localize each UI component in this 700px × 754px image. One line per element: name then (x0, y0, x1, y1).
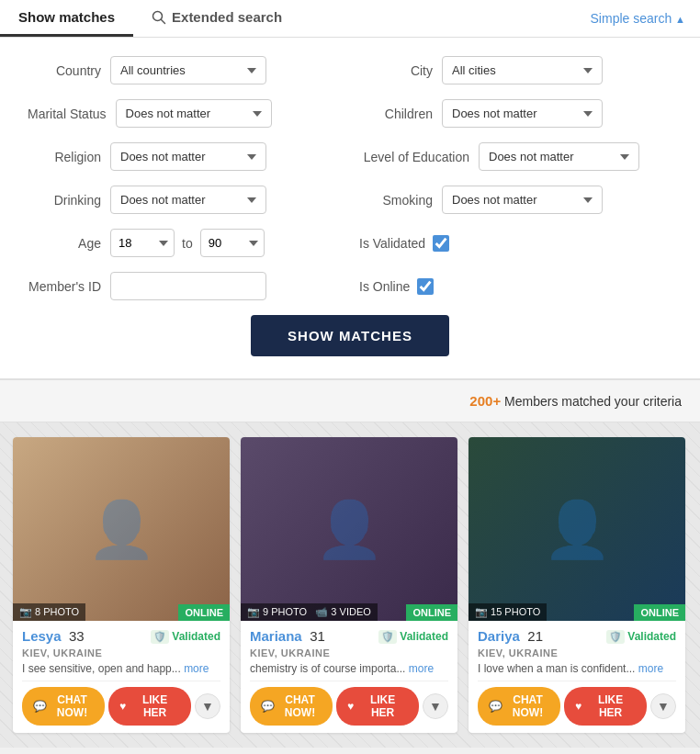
drinking-label: Drinking (28, 193, 101, 208)
chat-label: CHAT NOW! (51, 693, 94, 719)
member-id-label: Member's ID (28, 279, 101, 294)
validated-icon: 🛡️ (378, 630, 397, 644)
simple-search-link[interactable]: Simple search (591, 11, 685, 26)
card-actions: 💬 CHAT NOW! ♥ LIKE HER ▼ (22, 681, 220, 729)
validated-label: Validated (400, 630, 448, 643)
form-group-education: Level of Education Does not matter (359, 142, 672, 171)
children-select[interactable]: Does not matter (442, 99, 603, 128)
card-actions: 💬 CHAT NOW! ♥ LIKE HER ▼ (478, 681, 676, 729)
form-group-member-id: Member's ID (28, 272, 341, 300)
more-options-button[interactable]: ▼ (195, 693, 220, 719)
heart-icon: ♥ (575, 700, 581, 713)
member-card-1: 👤 📷 9 PHOTO 📹 3 VIDEO ONLINE Mariana 31 … (241, 437, 457, 733)
card-body: Dariya 21 🛡️ Validated KIEV, UKRAINE I l… (469, 621, 685, 733)
member-location: KIEV, UKRAINE (250, 647, 448, 658)
is-validated-label: Is Validated (359, 236, 425, 251)
show-matches-btn-row: SHOW MATCHES (28, 315, 672, 356)
validated-badge: 🛡️ Validated (151, 630, 220, 644)
chat-icon: 💬 (33, 700, 47, 713)
validated-badge: 🛡️ Validated (378, 630, 448, 644)
chat-now-button[interactable]: 💬 CHAT NOW! (478, 687, 560, 726)
religion-select[interactable]: Does not matter (110, 142, 266, 171)
member-name[interactable]: Lesya (22, 628, 62, 644)
form-group-is-validated: Is Validated (359, 235, 672, 252)
member-card-2: 👤 📷 15 PHOTO ONLINE Dariya 21 🛡️ Validat… (469, 437, 685, 733)
card-photo-video-badge: 📷 9 PHOTO 📹 3 VIDEO (241, 603, 378, 621)
form-row-marital-children: Marital Status Does not matter Children … (28, 99, 672, 128)
card-photo-video-badge: 📷 15 PHOTO (469, 603, 547, 621)
cards-container: 👤 📷 8 PHOTO ONLINE Lesya 33 🛡️ Validated… (0, 422, 700, 748)
form-group-age: Age 18 19202530 to 90 85807570 (28, 229, 341, 257)
online-badge: ONLINE (634, 604, 685, 621)
member-location: KIEV, UKRAINE (22, 647, 220, 658)
marital-select[interactable]: Does not matter (116, 99, 272, 128)
card-body: Mariana 31 🛡️ Validated KIEV, UKRAINE ch… (241, 621, 457, 733)
member-location: KIEV, UKRAINE (478, 647, 676, 658)
tab-extended-search-label: Extended search (172, 9, 282, 25)
form-row-drinking-smoking: Drinking Does not matter Smoking Does no… (28, 186, 672, 214)
form-group-marital: Marital Status Does not matter (28, 99, 341, 128)
age-to-word: to (182, 236, 193, 251)
member-bio: chemistry is of course importa... more (250, 662, 448, 675)
age-range-group: 18 19202530 to 90 85807570 (110, 229, 265, 257)
is-online-label: Is Online (359, 279, 410, 294)
member-bio: I love when a man is confident... more (478, 662, 676, 675)
form-group-drinking: Drinking Does not matter (28, 186, 341, 214)
search-form: Country All countries City All cities Ma… (0, 38, 700, 380)
card-image: 👤 (469, 437, 685, 621)
more-options-button[interactable]: ▼ (423, 693, 448, 719)
validated-label: Validated (627, 630, 676, 643)
smoking-select[interactable]: Does not matter (442, 186, 603, 214)
results-text: Members matched your criteria (504, 394, 682, 409)
like-label: LIKE HER (130, 693, 180, 719)
member-name[interactable]: Mariana (250, 628, 302, 644)
age-from-select[interactable]: 18 19202530 (110, 229, 175, 257)
religion-label: Religion (28, 150, 101, 164)
is-online-checkbox[interactable] (417, 278, 434, 295)
member-card-0: 👤 📷 8 PHOTO ONLINE Lesya 33 🛡️ Validated… (13, 437, 230, 733)
chat-now-button[interactable]: 💬 CHAT NOW! (250, 687, 333, 726)
drinking-select[interactable]: Does not matter (110, 186, 266, 214)
chat-icon: 💬 (489, 700, 502, 713)
member-name[interactable]: Dariya (478, 628, 520, 644)
form-group-children: Children Does not matter (359, 99, 672, 128)
like-her-button[interactable]: ♥ LIKE HER (336, 687, 419, 726)
card-image-wrapper: 👤 📷 8 PHOTO ONLINE (13, 437, 230, 621)
chevron-down-icon: ▼ (429, 699, 442, 714)
is-validated-checkbox[interactable] (433, 235, 449, 252)
chat-label: CHAT NOW! (506, 693, 549, 719)
results-count: 200+ (469, 393, 501, 409)
like-her-button[interactable]: ♥ LIKE HER (564, 687, 647, 726)
tabs-bar: Show matches Extended search Simple sear… (0, 0, 700, 38)
bio-more-link[interactable]: more (638, 662, 663, 675)
heart-icon: ♥ (347, 700, 354, 713)
tab-show-matches[interactable]: Show matches (0, 0, 133, 37)
card-image-wrapper: 👤 📷 9 PHOTO 📹 3 VIDEO ONLINE (241, 437, 457, 621)
form-group-city: City All cities (359, 56, 672, 84)
country-select[interactable]: All countries (110, 56, 266, 84)
more-options-button[interactable]: ▼ (650, 693, 676, 719)
card-name-row: Dariya 21 🛡️ Validated (478, 628, 676, 645)
member-age: 33 (69, 628, 85, 644)
form-group-religion: Religion Does not matter (28, 142, 341, 171)
show-matches-button[interactable]: SHOW MATCHES (251, 315, 449, 356)
smoking-label: Smoking (359, 193, 433, 208)
education-select[interactable]: Does not matter (479, 142, 639, 171)
tab-extended-search[interactable]: Extended search (133, 0, 300, 37)
chevron-down-icon: ▼ (657, 699, 670, 714)
member-id-input[interactable] (110, 272, 266, 300)
city-label: City (359, 63, 433, 78)
like-her-button[interactable]: ♥ LIKE HER (108, 687, 191, 726)
bio-more-link[interactable]: more (184, 662, 209, 675)
city-select[interactable]: All cities (442, 56, 603, 84)
chat-now-button[interactable]: 💬 CHAT NOW! (22, 687, 105, 726)
card-photo-video-badge: 📷 8 PHOTO (13, 603, 85, 621)
validated-label: Validated (172, 630, 220, 643)
card-body: Lesya 33 🛡️ Validated KIEV, UKRAINE I se… (13, 621, 230, 733)
results-header: 200+ Members matched your criteria (0, 380, 700, 422)
age-to-select[interactable]: 90 85807570 (200, 229, 265, 257)
bio-more-link[interactable]: more (409, 662, 434, 675)
card-image-wrapper: 👤 📷 15 PHOTO ONLINE (469, 437, 685, 621)
validated-icon: 🛡️ (151, 630, 169, 644)
online-badge: ONLINE (406, 604, 457, 621)
